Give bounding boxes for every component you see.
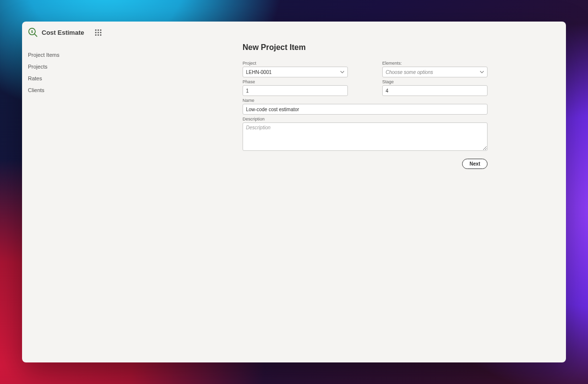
phase-label: Phase [243, 79, 348, 84]
sidebar-item-projects[interactable]: Projects [28, 61, 96, 72]
brand: $ Cost Estimate [28, 27, 84, 37]
apps-menu-icon[interactable] [95, 29, 101, 36]
elements-select[interactable]: Choose some options [382, 67, 488, 77]
elements-label: Elements: [382, 61, 488, 66]
elements-select-placeholder: Choose some options [386, 70, 433, 75]
sidebar: Project Items Projects Rates Clients [22, 43, 96, 362]
name-field[interactable] [243, 104, 488, 115]
sidebar-item-project-items[interactable]: Project Items [28, 49, 96, 61]
app-window: $ Cost Estimate Project Items Projects R… [22, 22, 566, 362]
topbar: $ Cost Estimate [22, 22, 566, 43]
page-title: New Project Item [243, 43, 488, 52]
project-select[interactable]: LEHN-0001 [243, 67, 348, 77]
next-button[interactable]: Next [462, 159, 488, 169]
dollar-magnifier-icon: $ [28, 27, 38, 37]
form-actions: Next [243, 159, 488, 169]
phase-field[interactable] [243, 85, 348, 96]
svg-line-1 [34, 34, 37, 36]
project-label: Project [243, 61, 348, 66]
description-label: Description [243, 117, 488, 121]
new-project-item-form: New Project Item Project LEHN-0001 [243, 43, 488, 362]
svg-text:$: $ [31, 29, 33, 34]
stage-field[interactable] [382, 85, 488, 96]
project-select-value: LEHN-0001 [246, 70, 271, 75]
name-label: Name [243, 98, 488, 103]
stage-label: Stage [382, 79, 488, 84]
app-title: Cost Estimate [42, 29, 84, 36]
app-body: Project Items Projects Rates Clients New… [22, 43, 566, 362]
sidebar-item-clients[interactable]: Clients [28, 84, 96, 96]
description-field[interactable] [243, 122, 488, 151]
sidebar-item-rates[interactable]: Rates [28, 72, 96, 84]
desktop-background: $ Cost Estimate Project Items Projects R… [0, 0, 588, 384]
main-content: New Project Item Project LEHN-0001 [96, 43, 566, 362]
chevron-down-icon [480, 70, 484, 74]
chevron-down-icon [340, 70, 344, 74]
